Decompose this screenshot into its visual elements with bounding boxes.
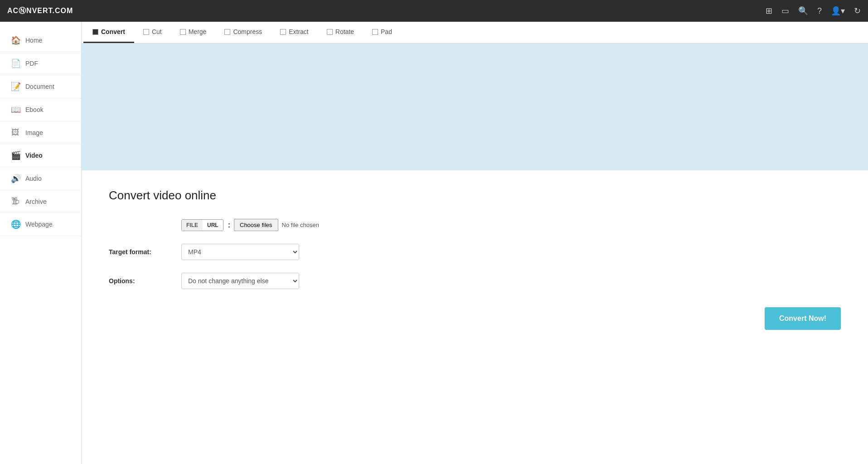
tab-extract[interactable]: Extract — [271, 22, 318, 43]
main-panel: Convert Cut Merge Compress Extract Rotat… — [82, 22, 868, 464]
refresh-icon[interactable]: ↻ — [854, 6, 861, 16]
convert-checkbox — [92, 29, 98, 35]
tab-convert-label: Convert — [101, 28, 125, 35]
sidebar-item-label: Video — [25, 152, 43, 159]
tab-pad[interactable]: Pad — [363, 22, 401, 43]
page-title: Convert video online — [109, 188, 841, 203]
document-icon: 📝 — [11, 82, 20, 92]
options-select[interactable]: Do not change anything else Change resol… — [181, 273, 299, 289]
merge-checkbox — [180, 29, 186, 35]
tab-extract-label: Extract — [289, 28, 309, 35]
tab-cut[interactable]: Cut — [134, 22, 171, 43]
pad-checkbox — [372, 29, 378, 35]
sidebar-item-label: Image — [25, 129, 43, 136]
sidebar-item-ebook[interactable]: 📖 Ebook — [0, 98, 81, 121]
rotate-checkbox — [327, 29, 333, 35]
sidebar-item-home[interactable]: 🏠 Home — [0, 29, 81, 52]
sidebar-item-archive[interactable]: 🗜 Archive — [0, 190, 81, 213]
sidebar-item-label: Home — [25, 37, 42, 44]
extract-checkbox — [280, 29, 286, 35]
sidebar-item-label: PDF — [25, 60, 38, 67]
topbar-icons: ⊞ ▭ 🔍 ? 👤▾ ↻ — [766, 6, 861, 16]
compress-checkbox — [224, 29, 230, 35]
webpage-icon: 🌐 — [11, 219, 20, 229]
sidebar-item-audio[interactable]: 🔊 Audio — [0, 167, 81, 190]
tab-cut-label: Cut — [152, 28, 162, 35]
pdf-icon: 📄 — [11, 58, 20, 68]
topbar: ACⓃNVERT.COM ⊞ ▭ 🔍 ? 👤▾ ↻ — [0, 0, 868, 22]
sidebar-item-label: Ebook — [25, 106, 44, 113]
sidebar: 🏠 Home 📄 PDF 📝 Document 📖 Ebook 🖼 Image … — [0, 22, 82, 464]
grid-icon[interactable]: ⊞ — [766, 6, 772, 16]
target-format-label: Target format: — [109, 248, 181, 256]
ebook-icon: 📖 — [11, 105, 20, 115]
audio-icon: 🔊 — [11, 174, 20, 184]
hero-area — [82, 44, 868, 170]
sidebar-item-document[interactable]: 📝 Document — [0, 75, 81, 98]
choose-files-button[interactable]: Choose files — [234, 219, 278, 231]
sidebar-item-label: Document — [25, 83, 54, 90]
sidebar-item-pdf[interactable]: 📄 PDF — [0, 52, 81, 75]
tab-pad-label: Pad — [381, 28, 392, 35]
tab-merge[interactable]: Merge — [171, 22, 216, 43]
sidebar-item-image[interactable]: 🖼 Image — [0, 121, 81, 144]
sidebar-item-video[interactable]: 🎬 Video — [0, 144, 81, 167]
format-controls: MP4 AVI MKV MOV WMV FLV WEBM GIF — [181, 244, 299, 260]
file-controls: FILE URL : Choose files No file chosen — [181, 219, 319, 231]
tablet-icon[interactable]: ▭ — [781, 6, 789, 16]
home-icon: 🏠 — [11, 35, 20, 45]
file-colon: : — [228, 221, 230, 229]
tab-compress[interactable]: Compress — [215, 22, 271, 43]
options-label: Options: — [109, 277, 181, 285]
tabs-bar: Convert Cut Merge Compress Extract Rotat… — [82, 22, 868, 44]
options-row: Options: Do not change anything else Cha… — [109, 273, 841, 289]
target-format-select[interactable]: MP4 AVI MKV MOV WMV FLV WEBM GIF — [181, 244, 299, 260]
sidebar-item-webpage[interactable]: 🌐 Webpage — [0, 213, 81, 236]
target-format-row: Target format: MP4 AVI MKV MOV WMV FLV W… — [109, 244, 841, 260]
video-icon: 🎬 — [11, 150, 20, 160]
file-input-area: Choose files No file chosen — [234, 219, 319, 231]
tab-merge-label: Merge — [189, 28, 207, 35]
sidebar-item-label: Archive — [25, 198, 47, 205]
layout: 🏠 Home 📄 PDF 📝 Document 📖 Ebook 🖼 Image … — [0, 0, 868, 464]
help-icon[interactable]: ? — [817, 6, 822, 16]
user-icon[interactable]: 👤▾ — [831, 6, 845, 16]
no-file-text: No file chosen — [282, 222, 319, 228]
tab-rotate[interactable]: Rotate — [318, 22, 363, 43]
archive-icon: 🗜 — [11, 197, 20, 206]
tab-compress-label: Compress — [233, 28, 262, 35]
content-area: Convert video online FILE URL : Choose f… — [82, 170, 868, 464]
file-url-toggle: FILE URL — [181, 219, 223, 231]
search-icon[interactable]: 🔍 — [798, 6, 808, 16]
logo: ACⓃNVERT.COM — [7, 6, 73, 16]
file-toggle-btn[interactable]: FILE — [182, 220, 203, 231]
options-controls: Do not change anything else Change resol… — [181, 273, 299, 289]
sidebar-item-label: Audio — [25, 175, 42, 182]
tab-convert[interactable]: Convert — [83, 22, 134, 43]
url-toggle-btn[interactable]: URL — [203, 220, 223, 231]
image-icon: 🖼 — [11, 128, 20, 137]
sidebar-item-label: Webpage — [25, 221, 53, 228]
file-url-row: FILE URL : Choose files No file chosen — [109, 219, 841, 231]
tab-rotate-label: Rotate — [335, 28, 354, 35]
convert-now-button[interactable]: Convert Now! — [765, 307, 841, 330]
cut-checkbox — [143, 29, 149, 35]
